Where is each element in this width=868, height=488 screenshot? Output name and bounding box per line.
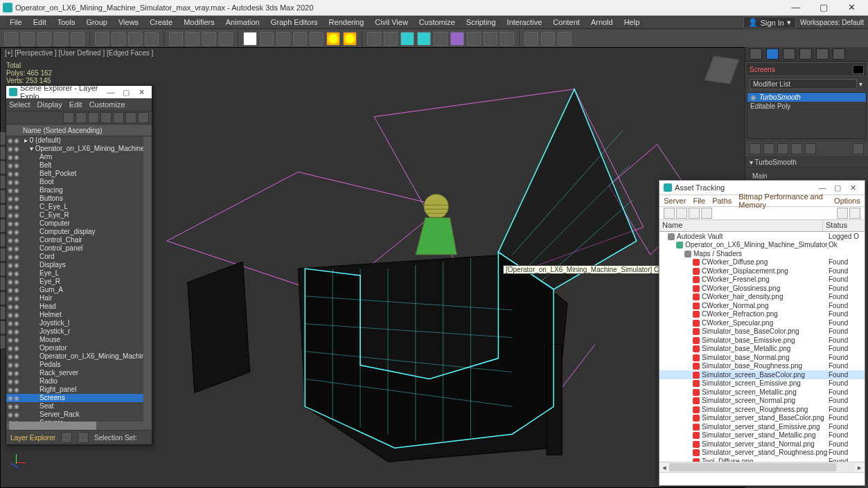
- asset-row[interactable]: Operator_on_LX6_Mining_Machine_Simulator…: [659, 241, 865, 250]
- tree-row[interactable]: ◉◉Screens: [6, 394, 143, 402]
- freeze-icon[interactable]: ◉: [14, 294, 19, 302]
- se-tool-5[interactable]: [113, 112, 124, 123]
- visibility-icon[interactable]: ◉: [8, 402, 13, 410]
- asset-row[interactable]: Simulator_server_stand_Normal.pngFound: [659, 440, 865, 449]
- asset-row[interactable]: Autodesk VaultLogged O: [659, 232, 865, 241]
- asset-row[interactable]: Simulator_server_stand_BaseColor.pngFoun…: [659, 414, 865, 423]
- menu-edit[interactable]: Edit: [28, 17, 52, 28]
- freeze-icon[interactable]: ◉: [14, 361, 19, 369]
- panel-min-button[interactable]: —: [103, 88, 118, 96]
- at-tool-1[interactable]: [664, 208, 675, 219]
- tool-render-frame[interactable]: [500, 32, 514, 46]
- tool-undo[interactable]: [4, 32, 18, 46]
- se-menu-display[interactable]: Display: [37, 100, 62, 109]
- menu-civil-view[interactable]: Civil View: [369, 17, 413, 28]
- panel-max-button[interactable]: ▢: [118, 88, 134, 97]
- sign-in-button[interactable]: 👤Sign In▾: [743, 17, 796, 28]
- tree-row[interactable]: ◉◉Operator: [6, 344, 143, 352]
- tree-row[interactable]: ◉◉Computer: [6, 219, 143, 228]
- mod-tool-4[interactable]: [791, 143, 802, 154]
- tab-display[interactable]: [816, 48, 829, 60]
- menu-interactive[interactable]: Interactive: [502, 17, 548, 28]
- visibility-icon[interactable]: ◉: [8, 352, 13, 361]
- tree-row[interactable]: ◉◉Eye_R: [6, 278, 143, 286]
- menu-tools[interactable]: Tools: [52, 17, 81, 28]
- visibility-icon[interactable]: ◉: [8, 253, 13, 261]
- tool-spinner[interactable]: [326, 32, 340, 46]
- asset-columns[interactable]: Name Status: [659, 220, 865, 232]
- se-footer-btn-2[interactable]: [78, 432, 89, 443]
- visibility-icon[interactable]: ◉: [8, 394, 13, 402]
- tool-rotate[interactable]: [186, 32, 200, 46]
- visibility-icon[interactable]: ◉: [8, 236, 13, 244]
- menu-animation[interactable]: Animation: [220, 17, 265, 28]
- freeze-icon[interactable]: ◉: [14, 211, 19, 219]
- mod-tool-3[interactable]: [777, 143, 788, 154]
- asset-row[interactable]: Simulator_base_Emissive.pngFound: [659, 336, 865, 345]
- tree-row[interactable]: ◉◉Radio: [6, 377, 143, 386]
- asset-row[interactable]: Simulator_screen_Roughness.pngFound: [659, 405, 865, 414]
- tree-row[interactable]: ◉◉Mouse: [6, 336, 143, 344]
- mod-tool-2[interactable]: [763, 143, 774, 154]
- freeze-icon[interactable]: ◉: [14, 386, 19, 394]
- scene-explorer-hscroll[interactable]: [6, 422, 152, 430]
- tool-angle-snap[interactable]: [293, 32, 307, 46]
- visibility-icon[interactable]: ◉: [8, 294, 13, 302]
- tab-modify[interactable]: [766, 48, 779, 60]
- at-tool-4[interactable]: [701, 208, 712, 219]
- tree-row[interactable]: ◉◉Computer_display: [6, 228, 143, 236]
- close-button[interactable]: ✕: [838, 0, 865, 15]
- tool-bind[interactable]: [71, 32, 85, 46]
- visibility-icon[interactable]: ◉: [8, 186, 13, 195]
- freeze-icon[interactable]: ◉: [14, 402, 19, 410]
- freeze-icon[interactable]: ◉: [14, 236, 19, 244]
- visibility-icon[interactable]: ◉: [8, 178, 13, 186]
- freeze-icon[interactable]: ◉: [14, 253, 19, 261]
- visibility-icon[interactable]: ◉: [8, 311, 13, 319]
- tree-row[interactable]: ◉◉Seat: [6, 402, 143, 410]
- freeze-icon[interactable]: ◉: [14, 178, 19, 186]
- tree-row[interactable]: ◉◉Buttons: [6, 195, 143, 203]
- se-menu-customize[interactable]: Customize: [89, 100, 125, 109]
- tool-layer[interactable]: [400, 32, 414, 46]
- freeze-icon[interactable]: ◉: [14, 286, 19, 294]
- se-footer-btn-1[interactable]: [61, 432, 72, 443]
- col-status[interactable]: Status: [823, 220, 865, 231]
- freeze-icon[interactable]: ◉: [14, 186, 19, 195]
- visibility-icon[interactable]: ◉: [8, 369, 13, 377]
- menu-arnold[interactable]: Arnold: [585, 17, 619, 28]
- object-name-field[interactable]: Screens: [747, 63, 867, 75]
- tool-link[interactable]: [37, 32, 51, 46]
- freeze-icon[interactable]: ◉: [14, 369, 19, 377]
- tree-row[interactable]: ◉◉C_Eye_L: [6, 203, 143, 211]
- visibility-icon[interactable]: ◉: [8, 419, 13, 422]
- modifier-turbosmooth[interactable]: ◉TurboSmooth: [747, 93, 866, 102]
- tool-render[interactable]: [524, 32, 538, 46]
- asset-row[interactable]: Simulator_base_BaseColor.pngFound: [659, 327, 865, 336]
- visibility-icon[interactable]: ◉: [8, 170, 13, 178]
- tree-row[interactable]: ◉◉Pedals: [6, 361, 143, 369]
- tree-row[interactable]: ◉◉Displays: [6, 261, 143, 269]
- menu-rendering[interactable]: Rendering: [324, 17, 370, 28]
- visibility-icon[interactable]: ◉: [8, 261, 13, 269]
- asset-tree[interactable]: Autodesk VaultLogged OOperator_on_LX6_Mi…: [659, 232, 865, 462]
- se-tool-7[interactable]: [138, 112, 149, 123]
- visibility-icon[interactable]: ◉: [8, 195, 13, 203]
- scene-explorer-column-header[interactable]: Name (Sorted Ascending): [6, 125, 152, 136]
- freeze-icon[interactable]: ◉: [14, 302, 19, 311]
- menu-help[interactable]: Help: [619, 17, 646, 28]
- tool-move[interactable]: [169, 32, 183, 46]
- tool-material[interactable]: [467, 32, 481, 46]
- menu-graph-editors[interactable]: Graph Editors: [265, 17, 324, 28]
- mod-tool-5[interactable]: [805, 143, 816, 154]
- visibility-icon[interactable]: ◉: [8, 336, 13, 344]
- at-tool-6[interactable]: [849, 208, 860, 219]
- menu-content[interactable]: Content: [547, 17, 585, 28]
- asset-row[interactable]: Simulator_base_Roughness.pngFound: [659, 362, 865, 371]
- asset-row[interactable]: Simulator_server_stand_Emissive.pngFound: [659, 422, 865, 431]
- tree-row[interactable]: ◉◉Joystick_r: [6, 327, 143, 336]
- tool-select-region[interactable]: [128, 32, 142, 46]
- freeze-icon[interactable]: ◉: [14, 136, 19, 145]
- tool-place[interactable]: [219, 32, 233, 46]
- tool-window-crossing[interactable]: [145, 32, 159, 46]
